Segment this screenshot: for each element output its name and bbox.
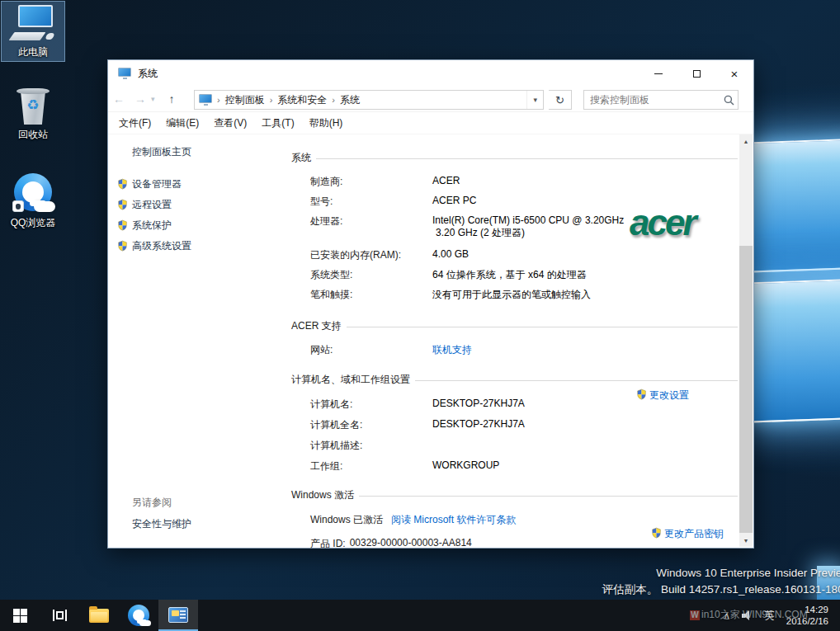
info-row-system-type: 系统类型: 64 位操作系统，基于 x64 的处理器 (310, 268, 733, 288)
address-bar[interactable]: › 控制面板 › 系统和安全 › 系统 ▾ (194, 90, 544, 110)
start-button[interactable] (0, 600, 40, 631)
volume-icon[interactable] (742, 610, 753, 620)
sidebar-item-device-manager[interactable]: 设备管理器 (108, 174, 291, 195)
row-value: 64 位操作系统，基于 x64 的处理器 (432, 268, 733, 288)
breadcrumb-control-panel[interactable]: 控制面板 (225, 93, 265, 107)
section-title: 计算机名、域和工作组设置 (291, 373, 410, 387)
ime-indicator[interactable]: 英 (758, 609, 781, 623)
sidebar-item-remote-settings[interactable]: 远程设置 (108, 195, 291, 215)
uac-shield-icon (117, 240, 128, 252)
uac-shield-icon (117, 199, 128, 210)
forward-button[interactable]: → (130, 92, 151, 106)
sidebar-item-system-protection[interactable]: 系统保护 (108, 215, 291, 236)
sidebar-item-security-maintenance[interactable]: 安全性与维护 (132, 517, 191, 531)
main-content: 系统 制造商: ACER 型号: ACER PC 处理器: Intel(R) C… (291, 134, 741, 548)
online-support-link[interactable]: 联机支持 (432, 344, 472, 356)
change-product-key-link[interactable]: 更改产品密钥 (651, 527, 724, 541)
row-label: 制造商: (310, 175, 432, 195)
license-terms-link[interactable]: 阅读 Microsoft 软件许可条款 (391, 513, 516, 531)
wallpaper-logo-pane-bottom (747, 279, 840, 423)
sidebar-item-control-panel-home[interactable]: 控制面板主页 (132, 145, 191, 159)
row-label: 系统类型: (310, 268, 432, 288)
recent-pages-dropdown-icon[interactable]: ▾ (151, 95, 161, 103)
back-button[interactable]: ← (108, 92, 130, 106)
section-title: Windows 激活 (291, 488, 354, 502)
window-titlebar[interactable]: 系统 × (108, 60, 753, 87)
info-row-manufacturer: 制造商: ACER (310, 175, 733, 195)
task-view-button[interactable] (40, 600, 79, 631)
change-settings-link[interactable]: 更改设置 (636, 388, 689, 403)
sidebar-item-advanced-system-settings[interactable]: 高级系统设置 (108, 236, 291, 257)
desktop-icon-label: 回收站 (3, 128, 63, 142)
breadcrumb-system[interactable]: 系统 (340, 93, 360, 107)
menu-edit[interactable]: 编辑(E) (158, 116, 206, 130)
search-icon[interactable] (720, 95, 738, 106)
menu-help[interactable]: 帮助(H) (302, 116, 351, 130)
watermark-logo: W (690, 610, 700, 620)
menu-view[interactable]: 查看(V) (206, 116, 254, 130)
address-dropdown-icon[interactable]: ▾ (526, 91, 543, 109)
section-windows-activation: Windows 激活 (291, 488, 738, 502)
info-row-website: 网站: 联机支持 (310, 343, 733, 363)
this-pc-icon (12, 5, 54, 43)
product-id-label: 产品 ID: (310, 537, 346, 555)
row-label: 计算机全名: (310, 418, 432, 439)
menu-tools[interactable]: 工具(T) (254, 116, 301, 130)
window-body: 控制面板主页 设备管理器 远程设置 系统保护 (108, 134, 753, 548)
info-row-computer-description: 计算机描述: (310, 439, 733, 459)
desktop-icon-qq-browser[interactable]: QQ浏览器 (2, 169, 64, 232)
vertical-scrollbar[interactable]: ▲ ▼ (739, 134, 753, 547)
scroll-down-icon[interactable]: ▼ (739, 534, 753, 547)
uac-shield-icon (636, 388, 647, 400)
change-product-key-label: 更改产品密钥 (664, 528, 724, 539)
system-window: 系统 × ← → ▾ ↑ › 控制面板 › 系统和安全 › 系统 ▾ ↻ (107, 59, 754, 549)
insider-watermark: Windows 10 Enterprise Insider Preview 评估… (602, 565, 840, 598)
desktop-icon-recycle-bin[interactable]: ♻ 回收站 (2, 82, 64, 144)
row-label: 计算机描述: (310, 439, 432, 459)
row-value: ACER (432, 175, 733, 195)
qq-browser-taskbar-button[interactable] (119, 600, 158, 631)
maximize-button[interactable] (677, 60, 715, 87)
minimize-button[interactable] (639, 60, 677, 87)
file-explorer-button[interactable] (79, 600, 119, 631)
menu-file[interactable]: 文件(F) (111, 116, 158, 130)
close-icon: × (731, 68, 739, 80)
qq-browser-icon (12, 172, 54, 214)
row-value: DESKTOP-27KHJ7A (432, 418, 733, 439)
desktop-icon-this-pc[interactable]: 此电脑 (2, 2, 64, 61)
close-button[interactable]: × (715, 60, 753, 87)
file-explorer-icon (89, 609, 109, 623)
desktop-icon-label: 此电脑 (3, 45, 63, 59)
section-acer-support: ACER 支持 (291, 319, 738, 333)
row-label: 已安装的内存(RAM): (310, 248, 432, 268)
system-window-taskbar-button[interactable] (158, 600, 198, 631)
tray-overflow-chevron-icon[interactable]: ∧ (717, 610, 737, 621)
section-title: ACER 支持 (291, 319, 342, 333)
search-box[interactable] (583, 90, 739, 110)
info-row-full-computer-name: 计算机全名: DESKTOP-27KHJ7A (310, 418, 733, 439)
section-title: 系统 (291, 151, 311, 165)
breadcrumb-separator: › (327, 95, 340, 105)
sidebar-task-label: 设备管理器 (132, 178, 182, 190)
system-tray: ∧ 英 14:29 2016/2/16 W in10之家 WIN9CN.COM (717, 600, 840, 631)
breadcrumb-separator: › (212, 95, 225, 105)
scrollbar-thumb[interactable] (739, 246, 753, 533)
navigation-bar: ← → ▾ ↑ › 控制面板 › 系统和安全 › 系统 ▾ ↻ (108, 87, 753, 112)
breadcrumb-system-security[interactable]: 系统和安全 (277, 93, 327, 107)
search-input[interactable] (584, 92, 720, 108)
address-bar-icon (199, 94, 212, 106)
taskbar: ∧ 英 14:29 2016/2/16 W in10之家 WIN9CN.COM (0, 600, 840, 631)
scroll-up-icon[interactable]: ▲ (739, 134, 753, 148)
up-button[interactable]: ↑ (161, 92, 182, 106)
refresh-button[interactable]: ↻ (549, 90, 572, 110)
row-label: 笔和触摸: (310, 288, 432, 308)
sidebar-task-label: 系统保护 (132, 219, 172, 231)
windows-logo-icon (13, 609, 27, 623)
section-system: 系统 (291, 151, 738, 165)
section-rule (347, 327, 738, 327)
breadcrumb-separator: › (265, 95, 278, 105)
clock-time: 14:29 (786, 604, 828, 615)
taskbar-clock[interactable]: 14:29 2016/2/16 (781, 604, 837, 627)
sidebar-task-label: 远程设置 (132, 199, 172, 210)
acer-logo: acer (630, 202, 695, 243)
